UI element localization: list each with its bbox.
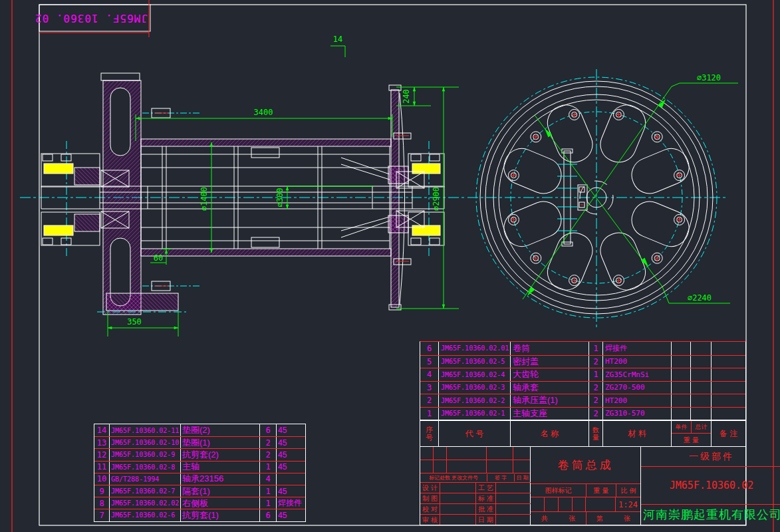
left-gear-disc xyxy=(97,73,199,315)
product-title: 卷筒总成 xyxy=(531,447,640,484)
cell-total-weight xyxy=(690,356,711,368)
cell-name: 密封盖 xyxy=(510,356,588,368)
cell-seq: 3 xyxy=(420,382,438,394)
cell-code: JM65F.10360.02.01 xyxy=(438,342,510,355)
cell-material xyxy=(276,473,305,485)
cell-material: ZG35CrMnSi xyxy=(602,368,671,381)
dim-240: 240 xyxy=(402,89,411,104)
table-row: 1 JM65F.10360.02-1 主轴支座 2 ZG310-570 xyxy=(420,407,745,420)
cell-qty: 1 xyxy=(588,342,602,355)
cell-name: 主轴 xyxy=(180,462,259,473)
stamp-weight-scale-values: 1:24 xyxy=(531,497,640,512)
role-label: 审 核 xyxy=(420,514,440,525)
cell-code: JM65F.10360.02-11 xyxy=(109,424,180,436)
cell-seq: 5 xyxy=(420,356,438,368)
cell-name: 轴承套 xyxy=(510,382,588,394)
cell-qty: 1 xyxy=(259,497,276,509)
section-view xyxy=(20,73,465,315)
cell-qty: 6 xyxy=(259,424,276,436)
dimensions-side-view: 3400 240 ∅2900 ∅1400 ∅300 60 350 14 xyxy=(108,35,459,336)
dim-3120: ∅3120 xyxy=(697,73,721,82)
cell-seq: 11 xyxy=(94,462,109,473)
header-total-weight: 总计 xyxy=(692,421,711,433)
cell-qty: 2 xyxy=(588,394,602,407)
role-label: 设 计 xyxy=(420,482,440,493)
header-remarks: 备 注 xyxy=(711,421,745,446)
cell-remarks xyxy=(711,394,745,407)
cell-qty: 1 xyxy=(259,462,276,473)
end-view: ∅3120 ∅2240 xyxy=(467,69,738,327)
table-row: 2 JM65F.10360.02-2 轴承压盖(1) 2 HT200 xyxy=(420,394,745,407)
role-label: 日 期 xyxy=(476,514,496,525)
cell-qty: 2 xyxy=(588,382,602,394)
cell-total-weight xyxy=(690,394,711,407)
stamp-weight-scale-labels: 图样标记 重 量 比 例 xyxy=(531,484,640,497)
cell-seq: 2 xyxy=(420,394,438,407)
cad-viewport[interactable]: 3400 240 ∅2900 ∅1400 ∅300 60 350 14 xyxy=(0,0,780,532)
cell-seq: 4 xyxy=(420,368,438,381)
cell-qty: 4 xyxy=(259,473,276,485)
sign-label: 签 字 xyxy=(487,474,514,481)
cell-qty: 1 xyxy=(588,368,602,381)
cell-material: ZG270-500 xyxy=(602,382,671,394)
cell-material: HT200 xyxy=(602,356,671,368)
cell-unit-weight xyxy=(671,408,690,420)
table-row: 9 JM65F.10360.02-7 隔套(1) 1 45 xyxy=(94,485,305,497)
cell-name: 垫圈(1) xyxy=(180,437,259,448)
cell-qty: 2 xyxy=(259,437,276,448)
header-name: 名 称 xyxy=(510,421,588,446)
cell-seq: 6 xyxy=(420,342,438,355)
cell-seq: 8 xyxy=(94,497,109,509)
cell-unit-weight xyxy=(671,394,690,407)
table-row: 3 JM65F.10360.02-3 轴承套 2 ZG270-500 xyxy=(420,381,745,394)
table-row: 6 JM65F.10360.02.01 卷筒 1 焊接件 xyxy=(420,342,745,355)
table-row: 12 JM65F.10360.02-9 抗剪套(2) 2 45 xyxy=(94,448,305,460)
cell-material: 焊接件 xyxy=(602,342,671,355)
stamp-label: 图样标记 xyxy=(531,484,586,497)
header-unit-weight: 单件 xyxy=(672,421,692,433)
title-block-middle: 卷筒总成 图样标记 重 量 比 例 1:24 共 张 第 张 xyxy=(531,447,641,525)
bom-header: 序号 代 号 名 称 数量 材 料 单件 总计 重 量 备 注 xyxy=(420,420,746,447)
cell-name: 隔套(1) xyxy=(180,485,259,497)
cell-code: JM65F.10360.02-2 xyxy=(438,394,510,407)
sheet-no-label: 第 xyxy=(596,514,603,523)
cell-code: JM65F.10360.02-10 xyxy=(109,437,180,448)
cell-remarks xyxy=(711,382,745,394)
sheet-code-stamp: JM65F. 10360. 02 xyxy=(43,7,148,29)
cell-material: 45 xyxy=(276,509,305,521)
role-label: 制 图 xyxy=(420,493,440,503)
table-row: 8 JM65F.10360.02.02 右侧板 1 焊接件 xyxy=(94,497,305,509)
cell-name: 右侧板 xyxy=(180,497,259,509)
table-row: 14 JM65F.10360.02-11 垫圈(2) 6 45 xyxy=(94,424,305,436)
parts-table-left: 14 JM65F.10360.02-11 垫圈(2) 6 45 13 JM65F… xyxy=(94,424,306,522)
cell-code: JM65F.10360.02-4 xyxy=(438,368,510,381)
cell-name: 轴承压盖(1) xyxy=(510,394,588,407)
sheet-count-row: 共 张 第 张 xyxy=(531,512,640,525)
drawing-number: JM65F.10360.02 xyxy=(641,467,780,505)
cell-unit-weight xyxy=(671,382,690,394)
header-weight-block: 单件 总计 重 量 xyxy=(671,421,711,446)
dimensions-end-view: ∅3120 ∅2240 xyxy=(523,73,738,303)
date-label: 日 期 xyxy=(514,474,530,481)
cell-seq: 12 xyxy=(94,449,109,460)
weight-label: 重 量 xyxy=(586,484,616,497)
cell-code: JM65F.10360.02-8 xyxy=(109,462,180,473)
cell-unit-weight xyxy=(671,356,690,368)
cell-name: 主轴支座 xyxy=(510,408,588,420)
header-material: 材 料 xyxy=(602,421,671,446)
dim-3400: 3400 xyxy=(254,108,273,117)
cell-code: JM65F.10360.02-7 xyxy=(109,485,180,497)
dim-300: ∅300 xyxy=(275,188,285,207)
dim-1400: ∅1400 xyxy=(199,187,209,211)
cell-name: 抗剪套(2) xyxy=(180,449,259,460)
cell-qty: 2 xyxy=(259,449,276,460)
title-block: 标记处数 更改文件号 签 字 日 期 设 计 工 艺 制 图 标 准 校 对 批… xyxy=(420,447,746,525)
cell-code: JM65F.10360.02-1 xyxy=(438,408,510,420)
cell-unit-weight xyxy=(671,368,690,381)
table-row: 13 JM65F.10360.02-10 垫圈(1) 2 45 xyxy=(94,436,305,448)
revision-rows xyxy=(420,447,530,473)
cell-material: 45 xyxy=(276,449,305,460)
revision-header: 标记处数 更改文件号 签 字 日 期 xyxy=(420,473,530,482)
cell-total-weight xyxy=(690,368,711,381)
cell-name: 垫圈(2) xyxy=(180,424,259,436)
